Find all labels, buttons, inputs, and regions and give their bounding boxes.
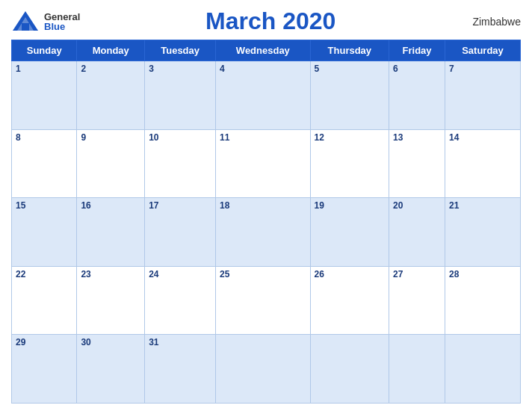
day-number: 13: [393, 132, 403, 143]
day-number: 9: [81, 132, 86, 143]
calendar-header-row: Sunday Monday Tuesday Wednesday Thursday…: [12, 40, 521, 61]
logo: General Blue: [11, 10, 80, 33]
calendar-cell: 21: [445, 198, 521, 267]
calendar-cell: [389, 335, 445, 404]
calendar-cell: 25: [216, 266, 311, 335]
calendar-cell: 31: [145, 335, 216, 404]
day-number: 6: [393, 64, 398, 74]
calendar-cell: 4: [216, 61, 311, 130]
calendar-cell: 24: [145, 266, 216, 335]
calendar-cell: 29: [12, 335, 77, 404]
day-number: 24: [149, 269, 158, 279]
calendar-cell: 6: [389, 61, 445, 130]
country-label: Zimbabwe: [461, 16, 521, 28]
calendar-cell: [310, 335, 389, 404]
day-number: 8: [16, 132, 21, 143]
day-number: 16: [81, 200, 90, 211]
weekday-sunday: Sunday: [12, 40, 77, 61]
day-number: 19: [315, 200, 324, 211]
calendar-cell: [445, 335, 521, 404]
day-number: 4: [220, 64, 225, 74]
day-number: 29: [16, 337, 25, 347]
calendar-body: 1234567891011121314151617181920212223242…: [12, 61, 521, 404]
day-number: 28: [449, 269, 459, 279]
weekday-monday: Monday: [77, 40, 145, 61]
calendar-cell: 23: [77, 266, 145, 335]
calendar-cell: 26: [310, 266, 389, 335]
calendar-cell: 7: [445, 61, 521, 130]
day-number: 18: [220, 200, 229, 211]
day-number: 17: [149, 200, 158, 211]
day-number: 12: [315, 132, 324, 143]
day-number: 21: [449, 200, 459, 211]
day-number: 30: [81, 337, 90, 347]
month-title: March 2020: [205, 7, 335, 35]
day-number: 25: [220, 269, 229, 279]
calendar-cell: 1: [12, 61, 77, 130]
day-number: 15: [16, 200, 25, 211]
calendar-cell: 20: [389, 198, 445, 267]
calendar-header: General Blue March 2020 Zimbabwe: [11, 7, 521, 35]
day-number: 20: [393, 200, 403, 211]
calendar-table: Sunday Monday Tuesday Wednesday Thursday…: [11, 40, 521, 404]
weekday-thursday: Thursday: [310, 40, 389, 61]
day-number: 27: [393, 269, 403, 279]
day-number: 1: [16, 64, 21, 74]
day-number: 26: [315, 269, 324, 279]
weekday-wednesday: Wednesday: [216, 40, 311, 61]
calendar-cell: 9: [77, 129, 145, 198]
calendar-cell: 22: [12, 266, 77, 335]
calendar-cell: 11: [216, 129, 311, 198]
calendar-cell: 3: [145, 61, 216, 130]
calendar-cell: 10: [145, 129, 216, 198]
calendar-cell: 30: [77, 335, 145, 404]
day-number: 14: [449, 132, 459, 143]
calendar-cell: 2: [77, 61, 145, 130]
day-number: 22: [16, 269, 25, 279]
day-number: 10: [149, 132, 158, 143]
day-number: 2: [81, 64, 86, 74]
calendar-cell: 19: [310, 198, 389, 267]
calendar-cell: 5: [310, 61, 389, 130]
day-number: 7: [449, 64, 454, 74]
calendar-cell: 14: [445, 129, 521, 198]
day-number: 23: [81, 269, 90, 279]
logo-text: General Blue: [44, 12, 80, 31]
logo-blue: Blue: [44, 22, 65, 31]
logo-icon: [11, 10, 41, 33]
calendar-cell: 27: [389, 266, 445, 335]
day-number: 5: [315, 64, 320, 74]
day-number: 3: [149, 64, 154, 74]
svg-rect-2: [22, 23, 29, 31]
weekday-friday: Friday: [389, 40, 445, 61]
calendar-cell: 15: [12, 198, 77, 267]
calendar-cell: [216, 335, 311, 404]
calendar-cell: 8: [12, 129, 77, 198]
weekday-saturday: Saturday: [445, 40, 521, 61]
calendar-cell: 17: [145, 198, 216, 267]
day-number: 11: [220, 132, 229, 143]
calendar-cell: 12: [310, 129, 389, 198]
calendar-cell: 28: [445, 266, 521, 335]
logo-general: General: [44, 12, 80, 22]
calendar-cell: 18: [216, 198, 311, 267]
day-number: 31: [149, 337, 158, 347]
calendar-cell: 13: [389, 129, 445, 198]
calendar-cell: 16: [77, 198, 145, 267]
weekday-tuesday: Tuesday: [145, 40, 216, 61]
